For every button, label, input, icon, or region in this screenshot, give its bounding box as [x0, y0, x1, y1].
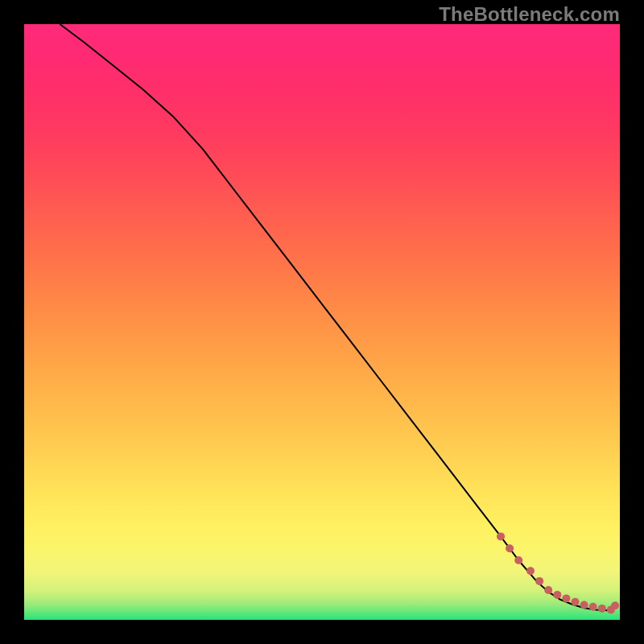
dot-marker [497, 532, 505, 540]
dot-marker [514, 556, 522, 564]
dot-marker [611, 601, 619, 609]
dot-marker [562, 594, 570, 602]
chart-svg [24, 24, 620, 620]
chart-frame: TheBottleneck.com [0, 0, 644, 644]
dot-marker [598, 605, 606, 613]
watermark-text: TheBottleneck.com [439, 3, 620, 26]
dot-marker [572, 598, 580, 606]
dot-marker [553, 591, 561, 599]
dot-marker [544, 586, 552, 594]
dot-marker [589, 603, 597, 611]
dot-marker [535, 577, 543, 585]
dot-marker [526, 567, 535, 575]
black-curve-line [60, 24, 613, 610]
dot-marker [506, 544, 514, 552]
dots-group [497, 532, 619, 613]
plot-area [24, 24, 620, 620]
dot-marker [580, 601, 588, 609]
